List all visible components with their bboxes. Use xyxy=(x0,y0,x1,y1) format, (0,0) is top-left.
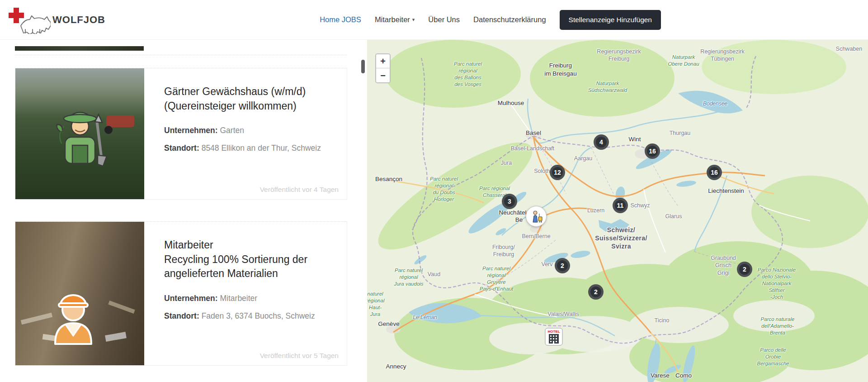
map-zoom-control: + − xyxy=(375,53,391,83)
job-image-recycling xyxy=(15,222,144,365)
job-list-panel: Gärtner Gewächshaus (w/m/d) (Quereinstei… xyxy=(0,40,367,382)
list-divider xyxy=(15,55,347,55)
worker-illustration-icon xyxy=(42,277,105,345)
job-image-gardener xyxy=(15,68,144,199)
company-label: Unternehmen: xyxy=(164,126,218,135)
hotel-label: HOTEL xyxy=(547,329,560,334)
company-label: Unternehmen: xyxy=(164,294,218,303)
debris-shape xyxy=(105,332,127,342)
job-card-body: Mitarbeiter Recycling 100% Sortierung de… xyxy=(144,222,347,365)
cleaning-service-marker[interactable] xyxy=(526,206,547,227)
published-date: Veröffentlicht vor 4 Tagen xyxy=(260,186,339,194)
header: WOLFJOB Home JOBS Mitarbeiter ▾ Über Uns… xyxy=(0,0,868,40)
job-cluster-marker[interactable]: 2 xyxy=(555,258,570,273)
job-card-recycling[interactable]: Mitarbeiter Recycling 100% Sortierung de… xyxy=(15,221,347,366)
job-cluster-marker[interactable]: 12 xyxy=(550,165,565,180)
nav-item-mitarbeiter[interactable]: Mitarbeiter ▾ xyxy=(375,15,415,24)
job-location: Standort: 8548 Ellikon an der Thur, Schw… xyxy=(164,143,338,154)
logo[interactable]: WOLFJOB xyxy=(7,6,105,34)
location-value: Faden 3, 6374 Buochs, Schweiz xyxy=(202,311,315,320)
job-company: Unternehmen: Garten xyxy=(164,125,338,136)
nav-item-home-jobs[interactable]: Home JOBS xyxy=(320,15,361,24)
zoom-out-button[interactable]: − xyxy=(376,68,390,82)
cleaning-person-icon xyxy=(529,210,543,223)
job-card-gaertner[interactable]: Gärtner Gewächshaus (w/m/d) (Quereinstei… xyxy=(15,68,347,200)
location-label: Standort: xyxy=(164,311,199,320)
zoom-in-button[interactable]: + xyxy=(376,54,390,68)
cleaning-service-marker-bubble xyxy=(526,206,547,227)
job-cluster-marker[interactable]: 4 xyxy=(594,134,609,150)
brand-name: WOLFJOB xyxy=(52,14,105,26)
add-job-button[interactable]: Stellenanzeige Hinzufügen xyxy=(560,10,661,30)
page: WOLFJOB Home JOBS Mitarbeiter ▾ Über Uns… xyxy=(0,0,868,382)
hotel-marker[interactable]: HOTEL xyxy=(545,328,563,348)
chevron-down-icon: ▾ xyxy=(412,17,415,22)
job-cluster-marker[interactable]: 16 xyxy=(645,143,660,159)
job-cluster-marker[interactable]: 16 xyxy=(707,165,722,180)
job-card-body: Gärtner Gewächshaus (w/m/d) (Quereinstei… xyxy=(144,68,347,199)
job-title-line2: Recycling 100% Sortierung der angeliefer… xyxy=(164,253,307,280)
nav-item-mitarbeiter-label: Mitarbeiter xyxy=(375,15,410,24)
job-title: Gärtner Gewächshaus (w/m/d) (Quereinstei… xyxy=(164,85,338,113)
job-title: Mitarbeiter Recycling 100% Sortierung de… xyxy=(164,238,338,281)
previous-card-image-edge xyxy=(15,46,144,51)
location-value: 8548 Ellikon an der Thur, Schweiz xyxy=(202,143,321,153)
wolfjob-logo-icon xyxy=(7,6,51,34)
nav-item-ueber-uns[interactable]: Über Uns xyxy=(428,15,460,24)
job-cluster-marker[interactable]: 3 xyxy=(502,194,517,209)
job-cluster-marker[interactable]: 2 xyxy=(588,284,604,300)
job-title-line1: Gärtner Gewächshaus (w/m/d) xyxy=(164,86,306,97)
map-markers-layer: HOTEL 4161216311222 xyxy=(367,40,868,382)
main-nav: Home JOBS Mitarbeiter ▾ Über Uns Datensc… xyxy=(320,10,661,30)
job-company: Unternehmen: Mitarbeiter xyxy=(164,293,338,304)
hotel-icon: HOTEL xyxy=(545,328,563,346)
location-label: Standort: xyxy=(164,143,199,153)
company-value: Garten xyxy=(220,126,245,135)
nav-item-datenschutz[interactable]: Datenschutzerklärung xyxy=(473,15,546,24)
company-value: Mitarbeiter xyxy=(220,294,258,303)
job-cluster-marker[interactable]: 11 xyxy=(613,198,628,213)
job-cluster-marker[interactable]: 2 xyxy=(737,262,752,277)
published-date: Veröffentlicht vor 5 Tagen xyxy=(260,352,339,360)
job-title-line1: Mitarbeiter xyxy=(164,239,213,251)
gardener-illustration-icon xyxy=(46,98,114,174)
scrollbar-thumb[interactable] xyxy=(361,60,365,73)
job-location: Standort: Faden 3, 6374 Buochs, Schweiz xyxy=(164,310,338,322)
map[interactable]: Regierungsbezirk FreiburgNaturpark Obere… xyxy=(367,40,868,382)
job-title-line2: (Quereinsteiger willkommen) xyxy=(164,100,297,112)
debris-shape xyxy=(108,301,135,314)
